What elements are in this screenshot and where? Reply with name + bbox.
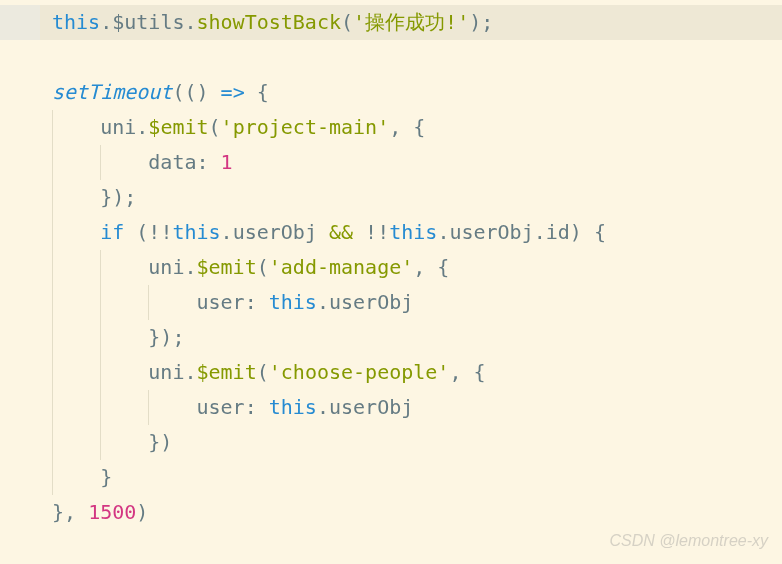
code-editor: this.$utils.showTostBack('操作成功!'); setTi… <box>0 0 782 530</box>
property: .userObj <box>317 290 413 314</box>
string: '操作成功!' <box>353 10 469 34</box>
keyword-this: this <box>389 220 437 244</box>
code-line: this.$utils.showTostBack('操作成功!'); <box>0 5 782 40</box>
punct: { <box>245 80 269 104</box>
keyword-this: this <box>269 395 317 419</box>
key: user: <box>197 395 269 419</box>
punct: }); <box>148 325 184 349</box>
code-line: uni.$emit('project-main', { <box>0 110 782 145</box>
number: 1500 <box>88 500 136 524</box>
string: 'add-manage' <box>269 255 414 279</box>
code-line: if (!!this.userObj && !!this.userObj.id)… <box>0 215 782 250</box>
function-call: $emit <box>197 255 257 279</box>
punct: (() <box>172 80 220 104</box>
object: uni. <box>148 360 196 384</box>
code-line: data: 1 <box>0 145 782 180</box>
arrow: => <box>221 80 245 104</box>
keyword-this: this <box>172 220 220 244</box>
punct: ); <box>469 10 493 34</box>
property: .userObj <box>317 395 413 419</box>
punct: , { <box>413 255 449 279</box>
string: 'choose-people' <box>269 360 450 384</box>
punct: , { <box>389 115 425 139</box>
keyword-this: this <box>269 290 317 314</box>
punct: ( <box>209 115 221 139</box>
object: uni. <box>100 115 148 139</box>
key: user: <box>197 290 269 314</box>
property: .userObj.id) { <box>437 220 606 244</box>
code-line: } <box>0 460 782 495</box>
code-line <box>0 40 782 75</box>
punct: ( <box>257 255 269 279</box>
object: uni. <box>148 255 196 279</box>
code-line: }); <box>0 320 782 355</box>
punct: } <box>100 465 112 489</box>
punct: ) <box>136 500 148 524</box>
code-line: user: this.userObj <box>0 390 782 425</box>
code-line: user: this.userObj <box>0 285 782 320</box>
number: 1 <box>221 150 233 174</box>
property: .userObj <box>221 220 329 244</box>
punct: , { <box>449 360 485 384</box>
keyword-this: this <box>52 10 100 34</box>
function-call: showTostBack <box>197 10 342 34</box>
code-line: setTimeout(() => { <box>0 75 782 110</box>
string: 'project-main' <box>221 115 390 139</box>
code-line: }); <box>0 180 782 215</box>
function-settimeout: setTimeout <box>52 80 172 104</box>
key: data: <box>148 150 220 174</box>
code-line: uni.$emit('add-manage', { <box>0 250 782 285</box>
punct: ( <box>341 10 353 34</box>
punct: ( <box>257 360 269 384</box>
punct: }, <box>52 500 88 524</box>
punct: }) <box>148 430 172 454</box>
watermark: CSDN @lemontree-xy <box>610 523 769 558</box>
function-call: $emit <box>148 115 208 139</box>
operator: && <box>329 220 353 244</box>
punct: !! <box>353 220 389 244</box>
punct: }); <box>100 185 136 209</box>
code-line: uni.$emit('choose-people', { <box>0 355 782 390</box>
punct: (!! <box>124 220 172 244</box>
keyword-if: if <box>100 220 124 244</box>
code-line: }) <box>0 425 782 460</box>
property: .$utils. <box>100 10 196 34</box>
function-call: $emit <box>197 360 257 384</box>
